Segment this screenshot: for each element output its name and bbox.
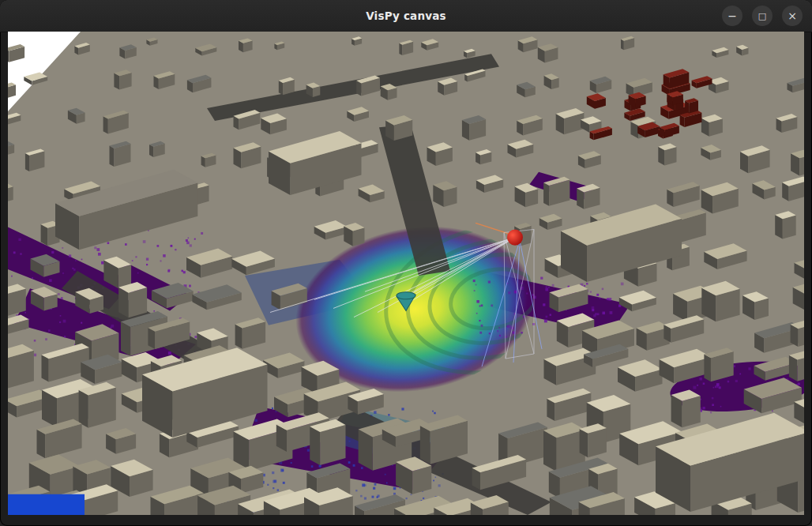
vispy-3d-canvas[interactable] [8,32,804,515]
scene-svg [8,32,804,515]
vispy-window: VisPy canvas − □ × [0,0,812,526]
blue-bar [8,494,85,515]
maximize-icon: □ [758,12,766,21]
window-controls: − □ × [722,0,803,32]
close-button[interactable]: × [782,6,803,26]
window-title: VisPy canvas [366,9,446,22]
maximize-button[interactable]: □ [752,6,773,26]
close-icon: × [788,10,797,21]
transmitter-sphere [507,229,523,245]
minimize-icon: − [727,10,737,21]
titlebar[interactable]: VisPy canvas − □ × [0,0,812,32]
minimize-button[interactable]: − [722,6,742,26]
